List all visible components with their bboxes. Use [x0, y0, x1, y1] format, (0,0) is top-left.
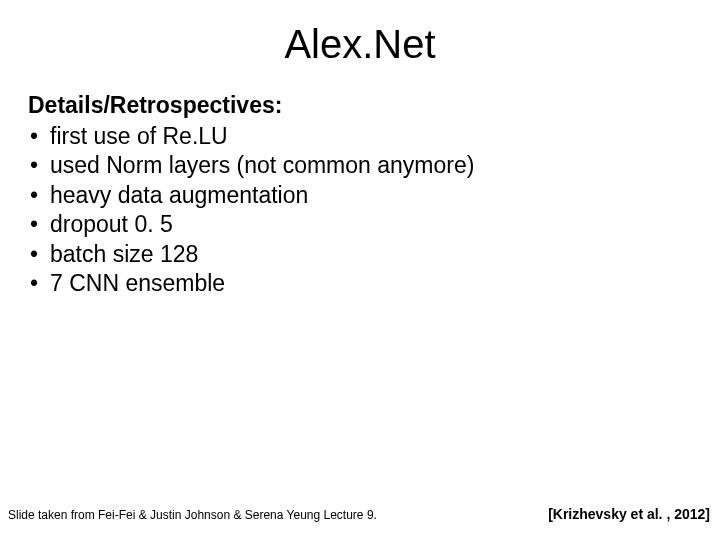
- slide-body: Details/Retrospectives: first use of Re.…: [0, 67, 720, 298]
- list-item: dropout 0. 5: [28, 210, 692, 239]
- list-item: batch size 128: [28, 240, 692, 269]
- list-item: 7 CNN ensemble: [28, 269, 692, 298]
- footer-credit: Slide taken from Fei-Fei & Justin Johnso…: [8, 508, 377, 522]
- list-item: heavy data augmentation: [28, 181, 692, 210]
- list-item: first use of Re.LU: [28, 122, 692, 151]
- bullet-list: first use of Re.LU used Norm layers (not…: [28, 122, 692, 299]
- subheading: Details/Retrospectives:: [28, 91, 692, 120]
- slide: Alex.Net Details/Retrospectives: first u…: [0, 0, 720, 540]
- footer-citation: [Krizhevsky et al. , 2012]: [548, 506, 710, 522]
- slide-title: Alex.Net: [0, 0, 720, 67]
- list-item: used Norm layers (not common anymore): [28, 151, 692, 180]
